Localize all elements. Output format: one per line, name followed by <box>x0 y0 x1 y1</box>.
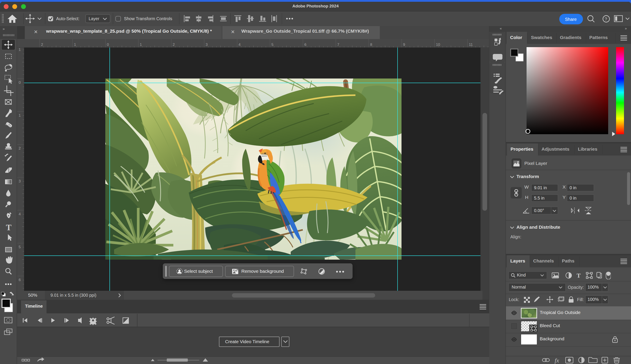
svg-text:1: 1 <box>19 113 21 118</box>
svg-text:1: 1 <box>74 42 76 47</box>
svg-text:11: 11 <box>469 42 473 47</box>
svg-text:6: 6 <box>304 42 306 47</box>
svg-text:2: 2 <box>173 42 175 47</box>
svg-text:2: 2 <box>41 42 43 47</box>
svg-text:3: 3 <box>206 42 208 47</box>
svg-text:1: 1 <box>140 42 142 47</box>
svg-text:?: ? <box>605 17 607 22</box>
svg-text:7: 7 <box>337 42 339 47</box>
svg-text:8: 8 <box>370 42 372 47</box>
svg-text:9: 9 <box>403 42 405 47</box>
svg-text:Auto-Select:: Auto-Select: <box>56 16 80 21</box>
svg-text:0: 0 <box>107 42 109 47</box>
svg-text:5: 5 <box>271 42 273 47</box>
svg-text:4: 4 <box>19 212 21 216</box>
svg-text:T: T <box>576 272 581 279</box>
svg-text:10: 10 <box>436 42 440 47</box>
svg-text:5: 5 <box>19 245 21 249</box>
svg-text:T: T <box>6 223 12 232</box>
svg-text:6: 6 <box>19 278 21 282</box>
svg-text:3: 3 <box>19 179 21 183</box>
svg-text:Share: Share <box>565 17 576 22</box>
svg-text:1: 1 <box>19 48 21 52</box>
svg-text:0: 0 <box>19 80 21 85</box>
svg-text:2: 2 <box>19 146 21 150</box>
svg-text:Layer: Layer <box>89 16 99 21</box>
svg-text:4: 4 <box>239 42 240 47</box>
svg-text:Show Transform Controls: Show Transform Controls <box>124 16 172 21</box>
svg-text:fx: fx <box>555 357 559 364</box>
